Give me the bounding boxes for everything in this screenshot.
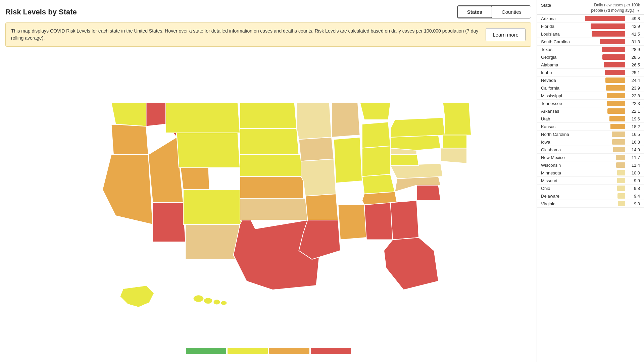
table-row[interactable]: Ohio 9.8: [537, 185, 644, 192]
row-bar: [605, 77, 625, 83]
table-row[interactable]: Arizona 49.8: [537, 15, 644, 22]
row-state-name: Minnesota: [541, 170, 596, 175]
row-bar-container: 41.5: [592, 31, 640, 37]
left-panel: Risk Levels by State States Counties Thi…: [0, 0, 537, 362]
row-bar-container: 28.9: [596, 47, 640, 52]
row-value: 11.4: [627, 163, 640, 168]
info-banner-text: This map displays COVID Risk Levels for …: [11, 28, 479, 42]
row-bar-container: 19.6: [596, 116, 640, 121]
learn-more-button[interactable]: Learn more: [486, 28, 526, 41]
svg-marker-33: [417, 185, 441, 201]
table-row[interactable]: California 23.9: [537, 84, 644, 92]
table-row[interactable]: Delaware 9.4: [537, 192, 644, 200]
row-bar: [617, 178, 625, 183]
svg-point-44: [193, 295, 204, 302]
svg-marker-29: [338, 205, 367, 240]
table-row[interactable]: Iowa 16.3: [537, 138, 644, 146]
row-bar: [607, 108, 625, 114]
row-bar: [616, 155, 625, 160]
row-bar-container: 25.1: [596, 70, 640, 75]
main-container: Risk Levels by State States Counties Thi…: [0, 0, 644, 362]
table-row[interactable]: New Mexico 11.7: [537, 154, 644, 161]
row-value: 28.9: [627, 47, 640, 52]
row-bar: [612, 132, 625, 137]
row-bar: [585, 16, 625, 21]
row-state-name: Oklahoma: [541, 147, 596, 152]
row-state-name: South Carolina: [541, 39, 596, 44]
table-row[interactable]: Mississippi 22.8: [537, 92, 644, 100]
row-state-name: North Carolina: [541, 132, 596, 137]
table-row[interactable]: Georgia 28.5: [537, 53, 644, 61]
svg-marker-42: [441, 148, 467, 164]
table-row[interactable]: Kansas 18.2: [537, 123, 644, 131]
row-bar: [616, 162, 625, 168]
table-row[interactable]: Florida 42.9: [537, 22, 644, 30]
table-row[interactable]: Tennessee 22.3: [537, 100, 644, 107]
svg-marker-40: [443, 102, 472, 135]
row-bar: [617, 186, 625, 191]
table-row[interactable]: Missouri 9.9: [537, 177, 644, 185]
row-value: 18.2: [627, 124, 640, 129]
row-bar-container: 22.1: [596, 108, 640, 114]
sort-arrow[interactable]: ▼: [637, 8, 640, 13]
legend-bar-medium: [228, 348, 268, 354]
right-panel: State Daily new cases per 100k people (7…: [537, 0, 644, 362]
row-bar-container: 18.2: [596, 124, 640, 129]
page-title: Risk Levels by State: [5, 8, 77, 16]
row-bar: [602, 54, 625, 60]
states-toggle-button[interactable]: States: [457, 6, 492, 18]
row-bar: [607, 93, 625, 98]
svg-marker-24: [360, 102, 391, 120]
row-bar: [613, 147, 625, 152]
row-bar-container: 16.3: [596, 139, 640, 145]
table-row[interactable]: Idaho 25.1: [537, 69, 644, 76]
row-bar-container: 16.5: [596, 132, 640, 137]
row-state-name: Utah: [541, 116, 596, 121]
svg-marker-11: [240, 102, 297, 128]
row-value: 25.1: [627, 70, 640, 75]
svg-marker-17: [297, 102, 332, 140]
row-state-name: Missouri: [541, 178, 596, 183]
row-state-name: Kansas: [541, 124, 596, 129]
svg-marker-2: [103, 155, 153, 224]
row-value: 28.5: [627, 55, 640, 60]
table-row[interactable]: North Carolina 16.5: [537, 131, 644, 138]
row-state-name: Ohio: [541, 186, 596, 191]
row-bar: [610, 124, 625, 129]
row-bar: [618, 201, 625, 206]
table-row[interactable]: Nevada 24.4: [537, 76, 644, 84]
svg-marker-25: [362, 122, 391, 148]
svg-marker-39: [391, 118, 445, 138]
row-bar-container: 24.4: [596, 77, 640, 83]
counties-toggle-button[interactable]: Counties: [492, 6, 531, 18]
svg-marker-32: [384, 238, 439, 290]
table-row[interactable]: Utah 19.6: [537, 115, 644, 123]
row-value: 9.3: [627, 201, 640, 206]
svg-marker-12: [240, 128, 299, 155]
table-row[interactable]: Alabama 26.5: [537, 61, 644, 69]
table-row[interactable]: Arkansas 22.1: [537, 107, 644, 115]
svg-point-45: [204, 298, 212, 304]
row-value: 22.8: [627, 93, 640, 98]
row-bar: [612, 139, 625, 145]
row-bar-container: 31.3: [596, 39, 640, 44]
row-value: 10.0: [627, 170, 640, 175]
row-bar-container: 49.8: [585, 16, 640, 21]
row-value: 31.3: [627, 39, 640, 44]
table-row[interactable]: South Carolina 31.3: [537, 38, 644, 46]
table-row[interactable]: Virginia 9.3: [537, 200, 644, 208]
svg-marker-31: [391, 201, 419, 240]
row-value: 22.1: [627, 109, 640, 114]
row-state-name: Idaho: [541, 70, 596, 75]
info-banner: This map displays COVID Risk Levels for …: [5, 22, 531, 47]
us-map[interactable]: [5, 67, 531, 329]
row-state-name: Florida: [541, 24, 591, 29]
legend-bar-high: [269, 348, 309, 354]
table-row[interactable]: Wisconsin 11.4: [537, 161, 644, 169]
row-state-name: Alabama: [541, 62, 596, 67]
table-row[interactable]: Louisiana 41.5: [537, 30, 644, 38]
table-row[interactable]: Minnesota 10.0: [537, 169, 644, 177]
table-row[interactable]: Oklahoma 14.9: [537, 146, 644, 154]
row-bar: [600, 39, 625, 44]
table-row[interactable]: Texas 28.9: [537, 46, 644, 53]
